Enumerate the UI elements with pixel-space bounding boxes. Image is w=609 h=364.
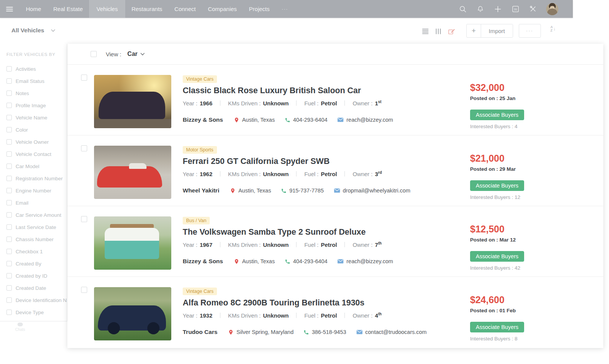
plus-icon[interactable]: [494, 5, 502, 13]
associate-buyers-button[interactable]: Associate Buyers: [470, 251, 524, 262]
vehicle-photo[interactable]: [94, 216, 171, 270]
import-button[interactable]: Import: [481, 24, 513, 37]
nav-item-companies[interactable]: Companies: [202, 0, 243, 18]
filter-item-email[interactable]: Email: [0, 197, 67, 209]
vehicle-photo[interactable]: [94, 287, 171, 340]
vehicle-phone[interactable]: 404-293-6404: [285, 258, 327, 264]
checkbox[interactable]: [6, 176, 12, 181]
vehicle-email[interactable]: reach@bizzey.com: [337, 258, 393, 264]
filter-item-email-status[interactable]: Email Status: [0, 75, 67, 87]
filter-item-notes[interactable]: Notes: [0, 87, 67, 99]
vehicle-checkbox[interactable]: [81, 287, 87, 293]
filter-item-engine-number[interactable]: Engine Number: [0, 184, 67, 197]
filter-item-color[interactable]: Color: [0, 124, 67, 136]
vehicle-title[interactable]: Classic Black Rose Luxury British Saloon…: [183, 86, 403, 95]
kanban-view-icon[interactable]: [435, 28, 442, 35]
view-dropdown[interactable]: Car: [128, 51, 138, 57]
view-selector-dropdown[interactable]: All Vehicles: [11, 27, 55, 34]
bell-icon[interactable]: [476, 5, 485, 13]
checkbox[interactable]: [6, 151, 12, 157]
create-record-button[interactable]: +: [467, 24, 481, 37]
chat-icon: [18, 323, 23, 326]
filter-item-vehicle-contact[interactable]: Vehicle Contact: [0, 148, 67, 160]
filter-item-vehicle-name[interactable]: Vehicle Name: [0, 111, 67, 124]
checkbox[interactable]: [6, 224, 12, 230]
checkbox[interactable]: [6, 297, 12, 303]
list-view-icon[interactable]: [422, 28, 429, 35]
vehicle-title[interactable]: Alfa Romeo 8C 2900B Touring Berlinetta 1…: [183, 298, 437, 308]
checkbox[interactable]: [6, 115, 12, 120]
phone-icon: [303, 329, 309, 335]
checkbox[interactable]: [6, 200, 12, 205]
filter-item-registration-number[interactable]: Registration Number: [0, 172, 67, 184]
filter-item-car-model[interactable]: Car Model: [0, 160, 67, 172]
checkbox[interactable]: [6, 261, 12, 266]
associate-buyers-button[interactable]: Associate Buyers: [470, 110, 524, 120]
filter-item-created-by[interactable]: Created By: [0, 258, 67, 270]
filter-item-activities[interactable]: Activities: [0, 63, 67, 75]
nav-item-home[interactable]: Home: [20, 0, 47, 18]
filter-item-created-by-id[interactable]: Created by ID: [0, 270, 67, 282]
vehicle-email[interactable]: dropmail@wheelyakitri.com: [334, 188, 411, 194]
nav-item-connect[interactable]: Connect: [168, 0, 202, 18]
filter-item-device-identification[interactable]: Device Identification N: [0, 294, 67, 306]
checkbox[interactable]: [6, 249, 12, 254]
vehicle-title[interactable]: The Volkswagen Samba Type 2 Sunroof Delu…: [183, 227, 403, 237]
checkbox[interactable]: [6, 212, 12, 218]
filter-item-device-type[interactable]: Device Type: [0, 306, 67, 318]
vehicle-email[interactable]: reach@bizzey.com: [337, 117, 393, 123]
user-avatar[interactable]: [546, 3, 558, 15]
associate-buyers-button[interactable]: Associate Buyers: [470, 322, 524, 332]
checkbox[interactable]: [6, 91, 12, 96]
nav-item-vehicles[interactable]: Vehicles: [89, 0, 126, 18]
filter-item-vehicle-owner[interactable]: Vehicle Owner: [0, 136, 67, 148]
vehicle-checkbox[interactable]: [81, 75, 87, 81]
checkbox[interactable]: [6, 237, 12, 242]
checkbox[interactable]: [6, 164, 12, 169]
vehicle-photo[interactable]: [94, 75, 171, 128]
vehicle-checkbox[interactable]: [81, 216, 87, 222]
more-actions-button[interactable]: ···: [519, 24, 541, 38]
divider: [296, 242, 297, 247]
vehicle-phone[interactable]: 404-293-6404: [285, 117, 327, 123]
filter-item-profile-image[interactable]: Profile Image: [0, 99, 67, 111]
canvas-view-icon[interactable]: [448, 28, 455, 35]
filter-item-checkbox-1[interactable]: Checkbox 1: [0, 245, 67, 258]
vehicle-card: Motor Sports Ferrari 250 GT California S…: [67, 135, 603, 206]
filter-item-created-date[interactable]: Created Date: [0, 282, 67, 294]
checkbox[interactable]: [6, 188, 12, 193]
select-all-checkbox[interactable]: [91, 51, 97, 57]
vehicle-checkbox[interactable]: [81, 145, 87, 151]
filter-item-chassis-number[interactable]: Chassis Number: [0, 233, 67, 245]
sort-icon[interactable]: A Z ↓: [550, 25, 556, 32]
checkbox[interactable]: [6, 310, 12, 315]
tools-icon[interactable]: [529, 5, 537, 13]
seller-name: Bizzey & Sons: [183, 116, 223, 123]
filter-item-last-service-date[interactable]: Last Service Date: [0, 221, 67, 233]
filter-item-car-service-amount[interactable]: Car Service Amount: [0, 209, 67, 221]
interested-buyers: Interested Buyers : 4: [470, 124, 558, 129]
checkbox[interactable]: [6, 285, 12, 291]
chevron-down-icon[interactable]: [140, 53, 145, 56]
nav-item-projects[interactable]: Projects: [243, 0, 276, 18]
vehicle-phone[interactable]: 386-518-9453: [303, 329, 346, 335]
vehicle-email[interactable]: contact@trudoocars.com: [356, 329, 427, 335]
checkbox[interactable]: [6, 103, 12, 108]
vehicle-price: $21,000: [470, 153, 558, 164]
vehicle-photo[interactable]: [94, 146, 171, 199]
nav-item-real-estate[interactable]: Real Estate: [47, 0, 89, 18]
associate-buyers-button[interactable]: Associate Buyers: [470, 180, 524, 191]
search-icon[interactable]: [459, 5, 467, 13]
checkbox[interactable]: [6, 139, 12, 145]
calendar-icon[interactable]: 31: [511, 5, 520, 13]
vehicle-title[interactable]: Ferrari 250 GT California Spyder SWB: [183, 157, 420, 166]
chats-tab[interactable]: Chats: [15, 323, 25, 332]
checkbox[interactable]: [6, 78, 12, 84]
checkbox[interactable]: [6, 66, 12, 72]
menu-icon[interactable]: [6, 6, 13, 13]
checkbox[interactable]: [6, 127, 12, 132]
vehicle-phone[interactable]: 915-737-7785: [281, 188, 324, 194]
nav-item-restaurants[interactable]: Restaurants: [125, 0, 168, 18]
checkbox[interactable]: [6, 273, 12, 278]
nav-more-icon[interactable]: ···: [276, 0, 294, 18]
